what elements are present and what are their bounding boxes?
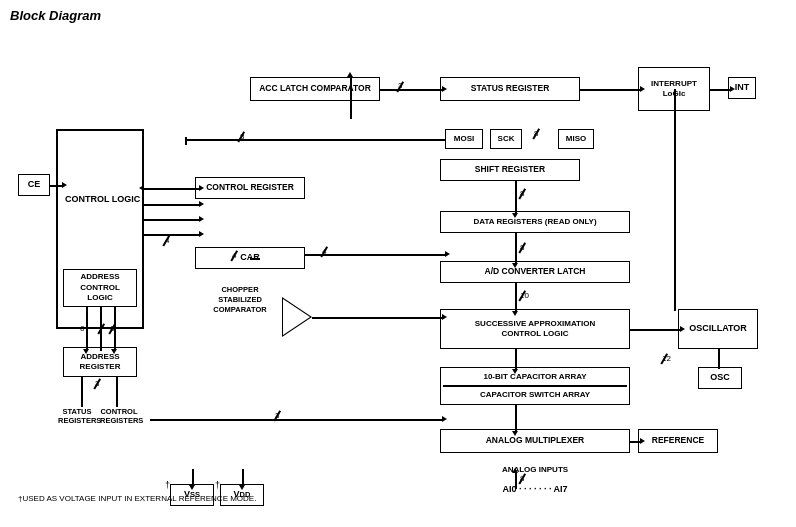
ad-to-succ (515, 283, 517, 311)
comp-to-succ (312, 317, 442, 319)
vss-arrow (192, 469, 194, 485)
address-register-block: ADDRESS REGISTER (63, 347, 137, 377)
long-3bit-to-mux (150, 419, 442, 421)
analog-mux-block: ANALOG MULTIPLEXER (440, 429, 630, 453)
capacitor-array-block: 10-BIT CAPACITOR ARRAY CAPACITOR SWITCH … (440, 367, 630, 405)
acc-to-status (380, 89, 442, 91)
cap-array-top: 10-BIT CAPACITOR ARRAY (483, 372, 586, 382)
ai-arrow (515, 473, 517, 489)
sck-block: SCK (490, 129, 522, 149)
ctrl-logic-to-ctrl-reg (144, 188, 199, 190)
analog-inputs-label: ANALOG INPUTS (440, 465, 630, 474)
footnote: †USED AS VOLTAGE INPUT IN EXTERNAL REFER… (18, 494, 256, 503)
miso-block: MISO (558, 129, 594, 149)
ad-converter-latch-block: A/D CONVERTER LATCH (440, 261, 630, 283)
dagger-symbol2: † (215, 480, 220, 490)
shift-to-data (515, 181, 517, 213)
ce-to-control (50, 185, 62, 187)
ctrl-to-car2 (144, 219, 199, 221)
vdd-arrow (242, 469, 244, 485)
reference-block: REFERENCE (638, 429, 718, 453)
successive-approx-block: SUCCESSIVE APPROXIMATIONCONTROL LOGIC (440, 309, 630, 349)
osc-down (718, 349, 720, 369)
succ-to-cap (515, 349, 517, 369)
bus-to-acc (350, 77, 352, 119)
int-vert (674, 89, 676, 311)
addr-ctrl-to-reg (86, 307, 88, 349)
bus-6-left: 6 (80, 324, 84, 333)
analog-inputs-range: AI0 · · · · · · · AI7 (410, 484, 660, 494)
address-control-logic-block: ADDRESSCONTROLLOGIC (63, 269, 137, 307)
spi-to-shift (185, 139, 445, 141)
cap-to-mux (515, 405, 517, 431)
osc-block: OSC (698, 367, 742, 389)
data-to-ad (515, 233, 517, 263)
status-registers-label: STATUS REGISTERS (58, 407, 96, 425)
oscillator-block: OSCILLATOR (678, 309, 758, 349)
status-register-block: STATUS REGISTER (440, 77, 580, 101)
control-register-block: CONTROL REGISTER (195, 177, 305, 199)
car-left-4 (250, 258, 260, 260)
int-logic-to-int (710, 89, 730, 91)
block-diagram: CE SPI CONTROL LOGIC CONTROL LOGIC ADDRE… (10, 29, 790, 509)
dagger-symbol: † (165, 480, 170, 490)
page-title: Block Diagram (10, 8, 786, 23)
control-registers-label: CONTROL REGISTERS (100, 407, 138, 425)
addr-ctrl-to-reg2 (114, 307, 116, 349)
data-registers-block: DATA REGISTERS (READ ONLY) (440, 211, 630, 233)
acc-latch-comparator-block: ACC LATCH COMPARATOR (250, 77, 380, 101)
status-to-int (580, 89, 640, 91)
reg-down-left (81, 377, 83, 407)
shift-register-block: SHIFT REGISTER (440, 159, 580, 181)
control-logic-label: CONTROL LOGIC (65, 194, 140, 204)
mosi-block: MOSI (445, 129, 483, 149)
chopper-label: CHOPPERSTABILIZEDCOMPARATOR (195, 285, 285, 314)
reg-down-right (116, 377, 118, 407)
mux-to-ref (630, 441, 640, 443)
ce-block: CE (18, 174, 50, 196)
ctrl-to-car3 (144, 234, 199, 236)
page: Block Diagram CE SPI CONTROL LOGIC CONTR… (0, 0, 796, 527)
ctrl-to-car1 (144, 204, 199, 206)
cap-array-bottom: CAPACITOR SWITCH ARRAY (480, 390, 590, 400)
succ-to-osc (630, 329, 680, 331)
